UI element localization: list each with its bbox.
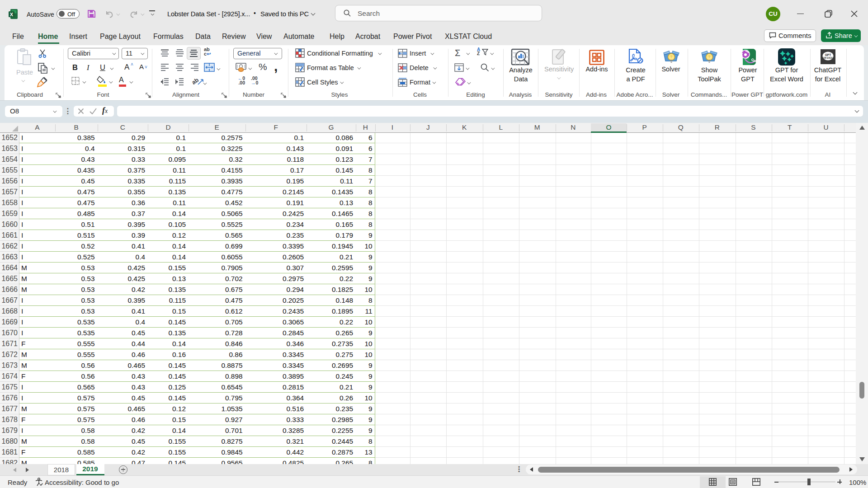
svg-text:X: X xyxy=(10,12,14,17)
